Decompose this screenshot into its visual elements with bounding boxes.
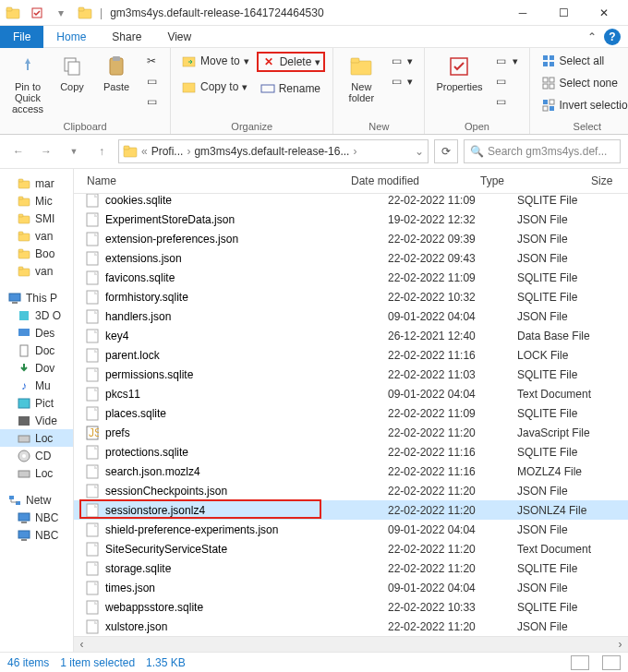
- file-row[interactable]: extensions.json22-02-2022 09:43JSON File: [74, 248, 628, 268]
- scroll-left-icon[interactable]: ‹: [74, 638, 90, 651]
- invert-selection-button[interactable]: Invert selection: [537, 96, 628, 114]
- file-row[interactable]: webappsstore.sqlite22-02-2022 10:33SQLIT…: [74, 597, 628, 617]
- forward-button[interactable]: →: [35, 140, 57, 162]
- file-row[interactable]: favicons.sqlite22-02-2022 11:09SQLITE Fi…: [74, 268, 628, 287]
- nav-item[interactable]: van: [0, 227, 73, 245]
- chevron-icon[interactable]: ›: [353, 145, 356, 158]
- properties-button[interactable]: Properties: [432, 52, 486, 94]
- file-row[interactable]: permissions.sqlite22-02-2022 11:03SQLITE…: [74, 365, 628, 384]
- minimize-button[interactable]: ─: [502, 0, 543, 26]
- nav-item[interactable]: Vide: [0, 412, 73, 429]
- tab-share[interactable]: Share: [99, 27, 154, 47]
- file-list[interactable]: cookies.sqlite22-02-2022 11:09SQLITE Fil…: [74, 194, 628, 636]
- file-row[interactable]: parent.lock22-02-2022 11:16LOCK File: [74, 345, 628, 365]
- select-all-button[interactable]: Select all: [537, 52, 628, 70]
- nav-item[interactable]: 3D O: [0, 306, 73, 324]
- search-input[interactable]: 🔍 Search gm3ms4ys.def...: [464, 139, 621, 163]
- tab-view[interactable]: View: [154, 27, 204, 47]
- file-row[interactable]: SiteSecurityServiceState22-02-2022 11:20…: [74, 539, 628, 558]
- nav-item[interactable]: Netw: [0, 491, 73, 509]
- easy-access-button[interactable]: ▭▾: [385, 72, 417, 90]
- file-row[interactable]: storage.sqlite22-02-2022 11:20SQLITE Fil…: [74, 558, 628, 578]
- file-row[interactable]: times.json09-01-2022 04:04JSON File: [74, 578, 628, 597]
- nav-item[interactable]: mar: [0, 174, 73, 192]
- nav-item[interactable]: Des: [0, 324, 73, 342]
- details-view-button[interactable]: [571, 655, 589, 670]
- up-button[interactable]: ↑: [91, 140, 113, 162]
- paste-button[interactable]: Paste: [96, 52, 137, 94]
- refresh-button[interactable]: ⟳: [434, 139, 458, 163]
- help-icon[interactable]: ?: [604, 29, 621, 45]
- navigation-pane[interactable]: marMicSMIvanBoovanThis P3D ODesDocDov♪Mu…: [0, 169, 74, 652]
- pin-to-quick-access-button[interactable]: Pin to Quick access: [7, 52, 48, 116]
- svg-rect-16: [550, 55, 554, 60]
- qat-dropdown-icon[interactable]: ▾: [52, 4, 70, 22]
- breadcrumb[interactable]: Profi...: [151, 145, 184, 158]
- new-folder-button[interactable]: New folder: [341, 52, 381, 105]
- icons-view-button[interactable]: [602, 655, 621, 670]
- nav-item[interactable]: Doc: [0, 342, 73, 359]
- open-button[interactable]: ▭▾: [490, 52, 522, 70]
- cut-button[interactable]: ✂: [140, 52, 163, 70]
- file-row[interactable]: places.sqlite22-02-2022 11:09SQLITE File: [74, 403, 628, 423]
- collapse-ribbon-icon[interactable]: ⌃: [587, 30, 597, 43]
- nav-item[interactable]: Dov: [0, 359, 73, 377]
- breadcrumb[interactable]: gm3ms4ys.default-release-16...: [194, 145, 349, 158]
- file-row[interactable]: key426-12-2021 12:40Data Base File: [74, 326, 628, 345]
- nav-item[interactable]: NBC: [0, 509, 73, 526]
- file-row[interactable]: formhistory.sqlite22-02-2022 10:32SQLITE…: [74, 287, 628, 306]
- file-row[interactable]: JSprefs22-02-2022 11:20JavaScript File: [74, 423, 628, 442]
- back-button[interactable]: ←: [7, 140, 30, 162]
- file-row[interactable]: handlers.json09-01-2022 04:04JSON File: [74, 306, 628, 326]
- move-to-button[interactable]: Move to ▾: [178, 52, 253, 70]
- file-row[interactable]: xulstore.json22-02-2022 11:20JSON File: [74, 617, 628, 636]
- nav-item[interactable]: This P: [0, 289, 73, 306]
- file-row[interactable]: protections.sqlite22-02-2022 11:16SQLITE…: [74, 442, 628, 462]
- copy-button[interactable]: Copy: [52, 52, 92, 94]
- copy-to-button[interactable]: Copy to ▾: [178, 78, 253, 96]
- nav-item[interactable]: Boo: [0, 245, 73, 262]
- file-name: webappsstore.sqlite: [105, 601, 388, 614]
- chevron-icon[interactable]: «: [141, 145, 148, 158]
- scroll-right-icon[interactable]: ›: [612, 638, 628, 651]
- column-header-date[interactable]: Date modified: [351, 174, 480, 187]
- paste-shortcut-button[interactable]: ▭: [140, 92, 163, 111]
- nav-item[interactable]: Loc: [0, 464, 73, 482]
- nav-item[interactable]: SMI: [0, 210, 73, 227]
- file-row[interactable]: ExperimentStoreData.json19-02-2022 12:32…: [74, 210, 628, 229]
- horizontal-scrollbar[interactable]: ‹ ›: [74, 636, 628, 652]
- nav-item[interactable]: NBC: [0, 526, 73, 544]
- history-button[interactable]: ▭: [490, 92, 522, 111]
- file-row[interactable]: cookies.sqlite22-02-2022 11:09SQLITE Fil…: [74, 194, 628, 210]
- new-item-button[interactable]: ▭▾: [385, 52, 417, 70]
- file-row[interactable]: sessionstore.jsonlz422-02-2022 11:20JSON…: [74, 500, 628, 520]
- file-row[interactable]: sessionCheckpoints.json22-02-2022 11:20J…: [74, 481, 628, 500]
- nav-item[interactable]: Loc: [0, 429, 73, 447]
- nav-item[interactable]: van: [0, 262, 73, 280]
- tab-home[interactable]: Home: [43, 27, 99, 47]
- nav-item[interactable]: CD: [0, 447, 73, 464]
- rename-button[interactable]: Rename: [257, 79, 326, 98]
- file-row[interactable]: shield-preference-experiments.json09-01-…: [74, 520, 628, 539]
- close-button[interactable]: ✕: [584, 0, 624, 26]
- nav-item[interactable]: Mic: [0, 192, 73, 210]
- nav-item[interactable]: Pict: [0, 394, 73, 412]
- chevron-icon[interactable]: ›: [187, 145, 190, 158]
- delete-button[interactable]: ✕Delete ▾: [257, 52, 326, 72]
- nav-item[interactable]: ♪Mu: [0, 377, 73, 394]
- address-bar[interactable]: « Profi... › gm3ms4ys.default-release-16…: [118, 139, 429, 163]
- recent-dropdown[interactable]: ▼: [63, 140, 85, 162]
- qat-properties-icon[interactable]: [28, 4, 46, 22]
- file-row[interactable]: pkcs1109-01-2022 04:04Text Document: [74, 384, 628, 403]
- column-header-size[interactable]: Size: [591, 174, 628, 187]
- maximize-button[interactable]: ☐: [543, 0, 584, 26]
- file-row[interactable]: search.json.mozlz422-02-2022 11:16MOZLZ4…: [74, 462, 628, 481]
- select-none-button[interactable]: Select none: [537, 74, 628, 92]
- column-header-type[interactable]: Type: [480, 174, 591, 187]
- copy-path-button[interactable]: ▭: [140, 72, 163, 90]
- address-dropdown-icon[interactable]: ⌄: [415, 145, 424, 158]
- file-row[interactable]: extension-preferences.json22-02-2022 09:…: [74, 229, 628, 248]
- file-tab[interactable]: File: [0, 26, 43, 48]
- column-header-name[interactable]: Name: [74, 174, 351, 187]
- edit-button[interactable]: ▭: [490, 72, 522, 90]
